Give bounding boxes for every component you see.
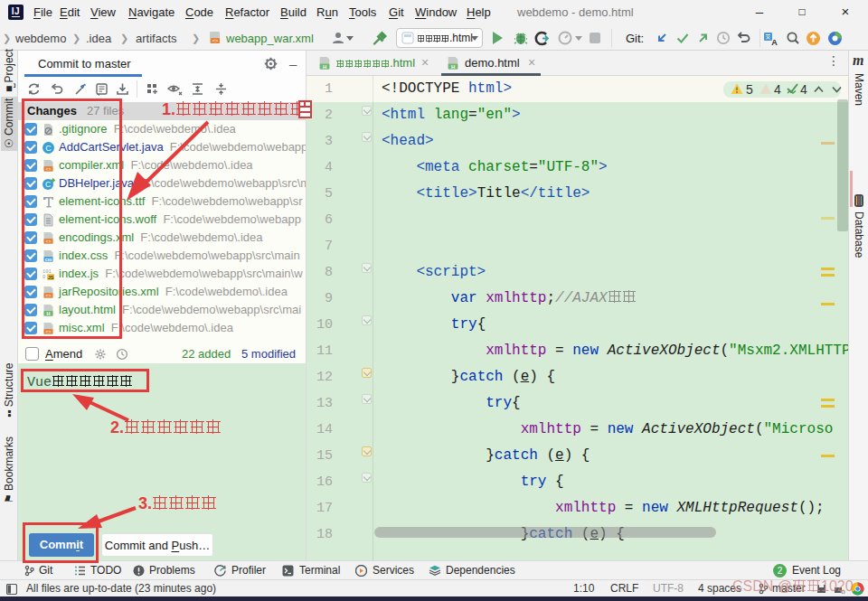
svg-text:H: H xyxy=(451,64,455,70)
svg-text:A: A xyxy=(771,38,778,47)
svg-text:<>: <> xyxy=(212,38,219,44)
svg-text:H: H xyxy=(323,64,326,70)
